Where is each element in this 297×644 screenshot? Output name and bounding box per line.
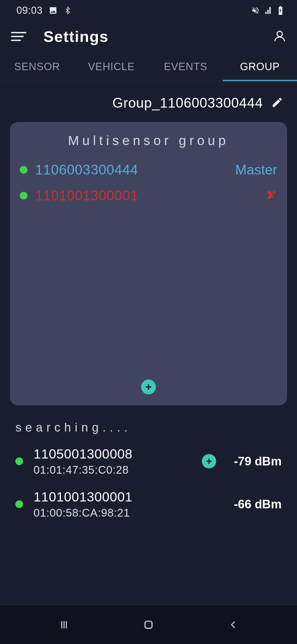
result-info: 1101001300001 01:00:58:CA:98:21 (34, 489, 133, 519)
status-left: 09:03 (16, 5, 72, 16)
searching-label: searching.... (15, 421, 282, 434)
tab-sensor[interactable]: SENSOR (0, 52, 74, 81)
tabs: SENSOR VEHICLE EVENTS GROUP (0, 52, 297, 81)
search-section: searching.... 1105001300008 01:01:47:35:… (0, 405, 297, 528)
card-title: Multisensor group (20, 133, 277, 148)
online-dot-icon (15, 457, 23, 465)
rssi-value: -66 dBm (227, 497, 282, 511)
image-icon (49, 6, 57, 15)
master-badge: Master (235, 162, 277, 178)
home-button[interactable] (142, 619, 155, 631)
tab-events[interactable]: EVENTS (148, 52, 223, 81)
sensor-id: 1101001300001 (35, 188, 138, 204)
status-right (251, 6, 283, 15)
rssi-value: -79 dBm (227, 454, 282, 468)
add-result-button[interactable] (202, 454, 216, 468)
sensor-id: 1106003300444 (35, 162, 138, 178)
group-name-row: Group_1106003300444 (0, 81, 297, 122)
status-time: 09:03 (16, 5, 43, 16)
result-id: 1101001300001 (34, 489, 133, 504)
group-card: Multisensor group 1106003300444 Master 1… (10, 122, 287, 405)
tab-vehicle[interactable]: VEHICLE (74, 52, 148, 81)
svg-point-3 (273, 191, 276, 194)
online-dot-icon (15, 500, 23, 508)
edit-icon[interactable] (271, 96, 283, 110)
status-bar: 09:03 (0, 0, 297, 21)
search-result-row[interactable]: 1105001300008 01:01:47:35:C0:28 -79 dBm (15, 443, 282, 485)
svg-point-1 (268, 191, 270, 194)
mute-icon (251, 6, 260, 15)
app-header: Settings (0, 21, 297, 52)
result-id: 1105001300008 (34, 446, 133, 462)
online-dot-icon (20, 166, 28, 174)
svg-point-0 (277, 31, 282, 36)
battery-icon (278, 6, 283, 15)
result-mac: 01:01:47:35:C0:28 (34, 464, 133, 476)
recents-button[interactable] (59, 619, 70, 630)
signal-icon (265, 6, 273, 15)
online-dot-icon (20, 192, 28, 200)
sensor-row-master[interactable]: 1106003300444 Master (20, 162, 277, 178)
add-sensor-button[interactable] (141, 380, 156, 394)
sensor-row-member[interactable]: 1101001300001 (20, 188, 277, 204)
result-mac: 01:00:58:CA:98:21 (34, 507, 133, 519)
svg-point-2 (268, 197, 270, 199)
remove-icon[interactable] (266, 190, 277, 202)
result-info: 1105001300008 01:01:47:35:C0:28 (34, 446, 133, 476)
page-title: Settings (43, 28, 109, 45)
svg-rect-4 (145, 621, 152, 628)
menu-icon[interactable] (11, 32, 26, 41)
group-name: Group_1106003300444 (112, 95, 263, 111)
back-button[interactable] (227, 619, 238, 630)
bluetooth-icon (64, 6, 72, 15)
profile-icon[interactable] (273, 30, 286, 43)
tab-group[interactable]: GROUP (223, 52, 297, 81)
system-nav-bar (0, 605, 297, 644)
search-result-row[interactable]: 1101001300001 01:00:58:CA:98:21 -66 dBm (15, 485, 282, 528)
